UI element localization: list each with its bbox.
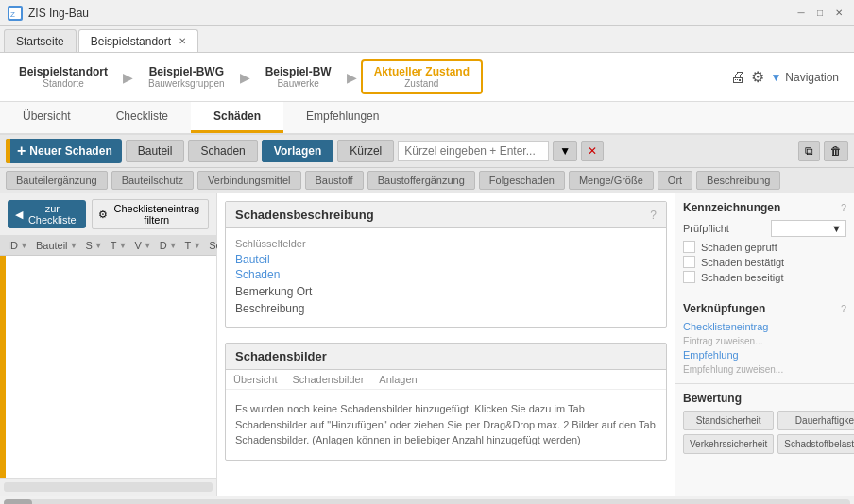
beschreibung-label: Beschreibung <box>235 302 657 315</box>
schaden-geprueft-row: Schaden geprüft <box>683 241 846 253</box>
images-tab-anlagen[interactable]: Anlagen <box>379 374 417 385</box>
sub-btn-baustoff[interactable]: Baustoff <box>305 171 364 190</box>
col-t2: T▼ <box>181 238 206 253</box>
breadcrumb-arrow-2: ▶ <box>236 70 254 85</box>
images-tab-schadensbilder[interactable]: Schadensbilder <box>292 374 364 385</box>
toolbar-tab-bauteil[interactable]: Bauteil <box>126 140 185 162</box>
kennzeichnungen-section: Kennzeichnungen ? Prüfpflicht ▼ Schaden … <box>675 193 854 294</box>
sub-btn-menge-grosse[interactable]: Menge/Größe <box>569 171 654 190</box>
pruefpflicht-dropdown[interactable]: ▼ <box>771 220 846 237</box>
bewertung-verkehrssicherheit[interactable]: Verkehrssicherheit <box>683 434 774 454</box>
sec-nav-ubersicht[interactable]: Übersicht <box>0 102 94 133</box>
sub-btn-beschreibung[interactable]: Beschreibung <box>696 171 780 190</box>
col-s: S▼ <box>81 238 106 253</box>
sub-btn-baustofferganzung[interactable]: Baustoffergänzung <box>367 171 475 190</box>
schluesselfelder-label: Schlüsselfelder <box>235 238 657 249</box>
tab-beispielstandort[interactable]: Beispielstandort ✕ <box>78 29 198 52</box>
breadcrumb-bauwerksgruppen[interactable]: Beispiel-BWG Bauwerksgruppen <box>137 61 236 92</box>
minimize-button[interactable]: ─ <box>794 6 809 21</box>
settings-button[interactable]: ⚙ <box>751 68 764 86</box>
sec-nav-empfehlungen[interactable]: Empfehlungen <box>283 102 401 133</box>
filter-icon-button[interactable]: ▼ <box>553 141 577 161</box>
copy-icon: ⧉ <box>805 144 813 158</box>
sub-btn-bauteilerganzung[interactable]: Bauteilergänzung <box>6 171 108 190</box>
printer-icon: 🖨 <box>730 69 745 86</box>
verknupfungen-help-icon[interactable]: ? <box>841 303 846 314</box>
toolbar: + Neuer Schaden Bauteil Schaden Vorlagen… <box>0 135 854 168</box>
titlebar: Z ZIS Ing-Bau ─ □ ✕ <box>0 0 854 26</box>
bewertung-dauerhaftigkeit[interactable]: Dauerhaftigkeit <box>777 411 854 430</box>
schadensbeschreibung-card: Schadensbeschreibung ? Schlüsselfelder B… <box>225 201 667 328</box>
breadcrumb-bauwerke[interactable]: Beispiel-BW Bauwerke <box>254 61 343 92</box>
schaden-geprueft-checkbox[interactable] <box>683 241 695 253</box>
center-panel: Schadensbeschreibung ? Schlüsselfelder B… <box>217 193 675 496</box>
navbar: Beispielstandort Standorte ▶ Beispiel-BW… <box>0 53 854 102</box>
close-button[interactable]: ✕ <box>831 6 846 21</box>
sub-btn-folgeschaden[interactable]: Folgeschaden <box>479 171 565 190</box>
clear-filter-button[interactable]: ✕ <box>581 141 604 161</box>
window-controls[interactable]: ─ □ ✕ <box>794 6 846 21</box>
sec-nav-checkliste[interactable]: Checkliste <box>94 102 191 133</box>
bewertung-section: Bewertung Standsicherheit Dauerhaftigkei… <box>675 384 854 462</box>
tab-startseite[interactable]: Startseite <box>4 29 77 52</box>
window-title: ZIS Ing-Bau <box>28 7 794 20</box>
back-to-checklist-button[interactable]: ◀ zur Checkliste <box>8 200 86 228</box>
sub-toolbar: Bauteilergänzung Bauteilschutz Verbindun… <box>0 168 854 193</box>
bottom-scrollbar[interactable] <box>4 499 850 505</box>
toolbar-tab-schaden[interactable]: Schaden <box>188 140 257 162</box>
schadensbilder-card: Schadensbilder Übersicht Schadensbilder … <box>225 343 667 461</box>
schadensbeschreibung-body: Schlüsselfelder Bauteil Schaden Bemerkun… <box>226 228 666 327</box>
schadensbeschreibung-help-icon[interactable]: ? <box>650 209 657 222</box>
col-t: T▼ <box>107 238 131 253</box>
col-id: ID ▼ <box>4 238 32 253</box>
left-panel-body <box>0 256 216 478</box>
sec-nav-schaden[interactable]: Schäden <box>191 102 283 133</box>
plus-icon: + <box>17 143 26 160</box>
left-panel-header: ◀ zur Checkliste ⚙ Checklisteneintrag fi… <box>0 193 216 236</box>
schaden-bestaetigt-checkbox[interactable] <box>683 256 695 268</box>
copy-button[interactable]: ⧉ <box>798 141 820 161</box>
bewertung-schadstoffbelastung[interactable]: Schadstoffbelastung <box>777 434 854 454</box>
sub-btn-bauteilschutz[interactable]: Bauteilschutz <box>111 171 194 190</box>
col-d: D▼ <box>156 238 181 253</box>
kennzeichnungen-header: Kennzeichnungen ? <box>683 201 846 214</box>
kurzel-input[interactable] <box>398 141 549 161</box>
verknupfungen-header: Verknüpfungen ? <box>683 302 846 315</box>
kennzeichnungen-title: Kennzeichnungen <box>683 201 780 214</box>
schaden-geprueft-label: Schaden geprüft <box>701 242 777 253</box>
sub-btn-verbindungsmittel[interactable]: Verbindungsmittel <box>197 171 300 190</box>
horizontal-scrollbar[interactable] <box>4 482 213 492</box>
schaden-link[interactable]: Schaden <box>235 268 657 281</box>
checklist-filter-button[interactable]: ⚙ Checklisteneintrag filtern <box>92 199 209 229</box>
empfehlung-link[interactable]: Empfehlung <box>683 349 846 361</box>
sub-btn-ort[interactable]: Ort <box>658 171 692 190</box>
schaden-beseitigt-checkbox[interactable] <box>683 271 695 283</box>
toolbar-tab-vorlagen[interactable]: Vorlagen <box>262 140 333 162</box>
orange-accent-bar <box>0 256 6 478</box>
toolbar-tab-kurzel[interactable]: Kürzel <box>337 140 394 162</box>
bewertung-header: Bewertung <box>683 392 846 405</box>
bewertung-standsicherheit[interactable]: Standsicherheit <box>683 411 774 430</box>
back-arrow-icon: ◀ <box>15 209 23 221</box>
col-v: V▼ <box>130 238 155 253</box>
verknupfungen-section: Verknüpfungen ? Checklisteneintrag Eintr… <box>675 294 854 384</box>
delete-icon: 🗑 <box>830 144 842 158</box>
bewertung-title: Bewertung <box>683 392 742 405</box>
images-tab-ubersicht[interactable]: Übersicht <box>233 374 277 385</box>
breadcrumb-standorte[interactable]: Beispielstandort Standorte <box>8 61 119 92</box>
bemerkung-label: Bemerkung Ort <box>235 285 657 298</box>
bauteil-link[interactable]: Bauteil <box>235 253 657 266</box>
checklisteneintrag-link[interactable]: Checklisteneintrag <box>683 321 846 332</box>
breadcrumb-zustand[interactable]: Aktueller Zustand Zustand <box>361 59 483 94</box>
delete-button[interactable]: 🗑 <box>824 141 848 161</box>
navigation-button[interactable]: ▼ Navigation <box>770 71 839 84</box>
tab-close-icon[interactable]: ✕ <box>179 36 186 46</box>
left-panel: ◀ zur Checkliste ⚙ Checklisteneintrag fi… <box>0 193 217 496</box>
print-button[interactable]: 🖨 <box>730 69 745 86</box>
maximize-button[interactable]: □ <box>812 6 828 21</box>
app-icon: Z <box>8 6 23 21</box>
new-damage-button[interactable]: + Neuer Schaden <box>6 139 122 163</box>
kennzeichnungen-help-icon[interactable]: ? <box>841 202 846 213</box>
column-headers: ID ▼ Bauteil ▼ S▼ T▼ V▼ D▼ T▼ Sch▼ <box>0 236 216 256</box>
bewertung-grid: Standsicherheit Dauerhaftigkeit Verkehrs… <box>683 411 846 454</box>
